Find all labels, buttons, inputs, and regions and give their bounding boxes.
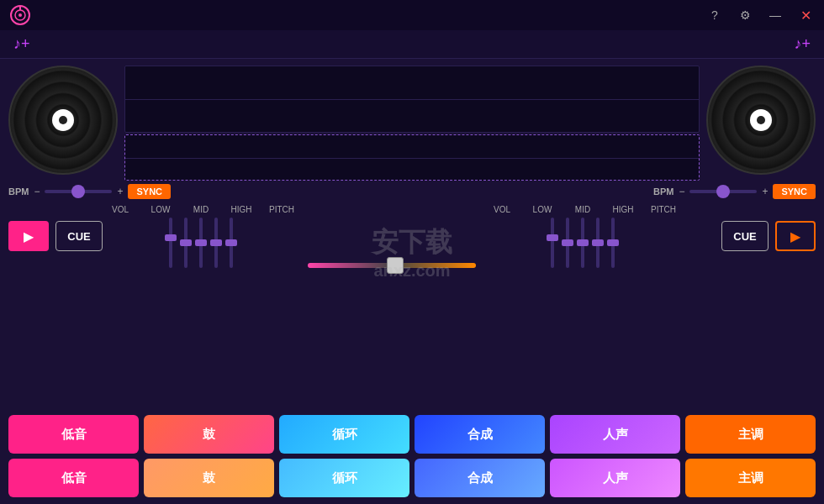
pad-pads-row-1-1[interactable]: 鼓 [144, 415, 274, 454]
right-vol-fader [551, 218, 554, 268]
left-mixer-header: VOL LOW MID HIGH PITCH [108, 205, 294, 214]
right-play-button[interactable]: ▶ [775, 221, 816, 251]
right-pitch-fader [611, 218, 615, 268]
left-pitch-fader [230, 218, 233, 268]
left-cue-button[interactable]: CUE [55, 221, 103, 251]
decks-area [0, 59, 824, 181]
pad-pads-row-2-5[interactable]: 主调 [685, 459, 816, 497]
left-mid-fader [199, 218, 203, 268]
right-high-label: HIGH [610, 205, 636, 214]
left-low-fader [184, 218, 188, 268]
left-high-fader-thumb[interactable] [210, 239, 222, 246]
right-fader-group [551, 218, 615, 268]
crossfader-track[interactable] [308, 263, 476, 268]
left-low-fader-track[interactable] [184, 218, 188, 268]
right-low-fader [566, 218, 569, 268]
pad-pads-row-1-0[interactable]: 低音 [8, 415, 139, 454]
titlebar-right: ? ⚙ — ✕ [706, 7, 814, 24]
right-vol-fader-thumb[interactable] [547, 234, 558, 241]
svg-point-2 [18, 13, 22, 17]
right-high-fader-track[interactable] [596, 218, 600, 268]
right-low-fader-track[interactable] [566, 218, 569, 268]
pad-pads-row-1-5[interactable]: 主调 [685, 415, 816, 454]
right-high-fader-thumb[interactable] [592, 239, 604, 246]
settings-button[interactable]: ⚙ [737, 7, 753, 24]
pad-pads-row-2-4[interactable]: 人声 [550, 459, 680, 497]
help-button[interactable]: ? [706, 7, 723, 24]
pads-row-2: 低音鼓循环合成人声主调 [8, 459, 816, 497]
left-vol-fader [169, 218, 172, 268]
right-bpm-slider-track [689, 190, 757, 193]
right-mixer: VOL LOW MID HIGH PITCH [489, 205, 676, 268]
main-area: BPM − + SYNC BPM − + SYNC ▶ CUE [0, 59, 824, 504]
right-bpm-section: BPM − + SYNC [653, 184, 816, 199]
left-mid-label: MID [188, 205, 214, 214]
left-bpm-section: BPM − + SYNC [8, 184, 171, 199]
titlebar-left [10, 5, 30, 25]
right-bpm-label: BPM [653, 186, 673, 197]
left-add-track-button[interactable]: ♪+ [0, 30, 44, 58]
close-button[interactable]: ✕ [797, 7, 814, 24]
left-fader-group [169, 218, 233, 268]
minimize-button[interactable]: — [767, 7, 784, 24]
left-sync-button[interactable]: SYNC [128, 184, 171, 199]
waveform-container [124, 66, 700, 181]
pad-pads-row-2-2[interactable]: 循环 [279, 459, 409, 497]
left-low-label: LOW [148, 205, 173, 214]
pad-pads-row-2-1[interactable]: 鼓 [144, 459, 274, 497]
left-vol-fader-track[interactable] [169, 218, 172, 268]
left-pitch-fader-thumb[interactable] [225, 239, 237, 246]
crossfader-section [299, 229, 484, 268]
left-play-button[interactable]: ▶ [8, 221, 49, 251]
left-high-fader-track[interactable] [214, 218, 218, 268]
vinyl-inner-right [757, 116, 765, 124]
waveform-bottom [124, 134, 700, 181]
pad-pads-row-2-0[interactable]: 低音 [8, 459, 139, 497]
right-vinyl[interactable] [706, 66, 816, 175]
right-mid-fader-track[interactable] [581, 218, 584, 268]
right-vol-fader-track[interactable] [551, 218, 554, 268]
left-play-icon: ▶ [24, 228, 34, 244]
deckbar: ♪+ ♪+ [0, 30, 824, 59]
vinyl-inner-left [59, 116, 67, 124]
left-mid-fader-track[interactable] [199, 218, 203, 268]
left-bpm-plus[interactable]: + [117, 186, 123, 197]
left-high-fader [214, 218, 218, 268]
right-sync-button[interactable]: SYNC [773, 184, 816, 199]
waveform-line-top [125, 99, 699, 100]
right-pitch-fader-thumb[interactable] [607, 239, 619, 246]
waveform-line-bottom [125, 158, 699, 159]
pad-pads-row-1-3[interactable]: 合成 [415, 415, 545, 454]
right-cue-button[interactable]: CUE [721, 221, 769, 251]
left-pitch-fader-track[interactable] [230, 218, 233, 268]
left-vinyl[interactable] [8, 66, 118, 175]
right-bpm-minus[interactable]: − [679, 186, 684, 197]
left-mid-fader-thumb[interactable] [195, 239, 207, 246]
left-low-fader-thumb[interactable] [180, 239, 192, 246]
left-bpm-slider-track [45, 190, 112, 193]
right-vol-label: VOL [489, 205, 515, 214]
left-bpm-slider-thumb[interactable] [71, 185, 85, 198]
app-logo [10, 5, 30, 25]
pad-pads-row-1-4[interactable]: 人声 [550, 415, 680, 454]
right-mid-label: MID [570, 205, 595, 214]
pad-pads-row-2-3[interactable]: 合成 [415, 459, 545, 497]
right-mid-fader-thumb[interactable] [577, 239, 589, 246]
right-low-label: LOW [530, 205, 555, 214]
left-vol-label: VOL [108, 205, 133, 214]
left-vol-fader-thumb[interactable] [165, 234, 177, 241]
right-pitch-fader-track[interactable] [611, 218, 615, 268]
right-add-track-button[interactable]: ♪+ [780, 30, 824, 58]
titlebar: ? ⚙ — ✕ [0, 0, 824, 30]
left-bpm-minus[interactable]: − [34, 186, 40, 197]
right-bpm-plus[interactable]: + [762, 186, 768, 197]
right-deck-controls: CUE ▶ [721, 221, 816, 251]
right-low-fader-thumb[interactable] [562, 239, 573, 246]
left-bpm-label: BPM [8, 186, 29, 197]
crossfader-thumb[interactable] [387, 257, 404, 274]
left-deck-controls: ▶ CUE [8, 221, 103, 251]
pad-pads-row-1-2[interactable]: 循环 [279, 415, 409, 454]
full-controls: ▶ CUE VOL LOW MID HIGH PITCH [0, 202, 824, 270]
right-bpm-slider-thumb[interactable] [716, 185, 730, 198]
left-mixer: VOL LOW MID HIGH PITCH [108, 205, 294, 268]
